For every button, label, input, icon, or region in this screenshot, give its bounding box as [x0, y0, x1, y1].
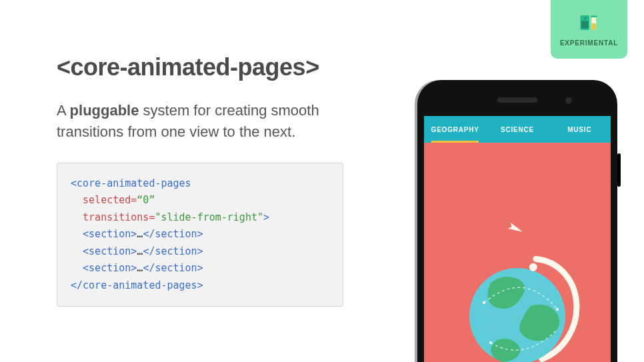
lab-icon — [578, 13, 601, 35]
code-val-selected: “0” — [137, 194, 155, 206]
subtitle-bold: pluggable — [70, 102, 139, 119]
phone-camera-dot — [565, 97, 572, 104]
svg-point-8 — [483, 301, 485, 304]
code-attr-transitions: transitions — [83, 211, 149, 223]
svg-point-3 — [585, 17, 587, 18]
tab-music[interactable]: MUSIC — [549, 116, 611, 143]
phone-mockup: GEOGRAPHY SCIENCE MUSIC — [417, 80, 617, 362]
code-attr-selected: selected — [83, 194, 131, 206]
globe-illustration — [451, 216, 584, 362]
code-open-tag: <core-animated-pages — [71, 177, 191, 189]
phone-screen: GEOGRAPHY SCIENCE MUSIC — [424, 116, 611, 362]
slide-title: <core-animated-pages> — [57, 53, 363, 81]
experimental-badge: EXPERIMENTAL — [551, 0, 627, 59]
svg-point-9 — [556, 308, 559, 311]
airplane-icon — [508, 223, 524, 235]
svg-rect-5 — [591, 23, 596, 29]
code-val-transitions: "slide-from-right" — [155, 211, 263, 223]
code-example: <core-animated-pages selected=“0” transi… — [57, 163, 343, 307]
badge-label: EXPERIMENTAL — [560, 39, 618, 47]
svg-rect-6 — [591, 15, 597, 17]
tab-bar: GEOGRAPHY SCIENCE MUSIC — [424, 116, 611, 143]
svg-rect-1 — [581, 21, 588, 28]
slide-subtitle: A pluggable system for creating smooth t… — [57, 100, 343, 143]
svg-point-10 — [489, 341, 492, 344]
code-close-tag: </core-animated-pages> — [71, 279, 203, 291]
svg-point-2 — [583, 17, 585, 19]
phone-earpiece — [497, 97, 537, 103]
tab-geography[interactable]: GEOGRAPHY — [424, 116, 486, 143]
subtitle-pre: A — [57, 102, 70, 119]
slide-text-column: <core-animated-pages> A pluggable system… — [57, 53, 363, 307]
tab-science[interactable]: SCIENCE — [486, 116, 548, 143]
